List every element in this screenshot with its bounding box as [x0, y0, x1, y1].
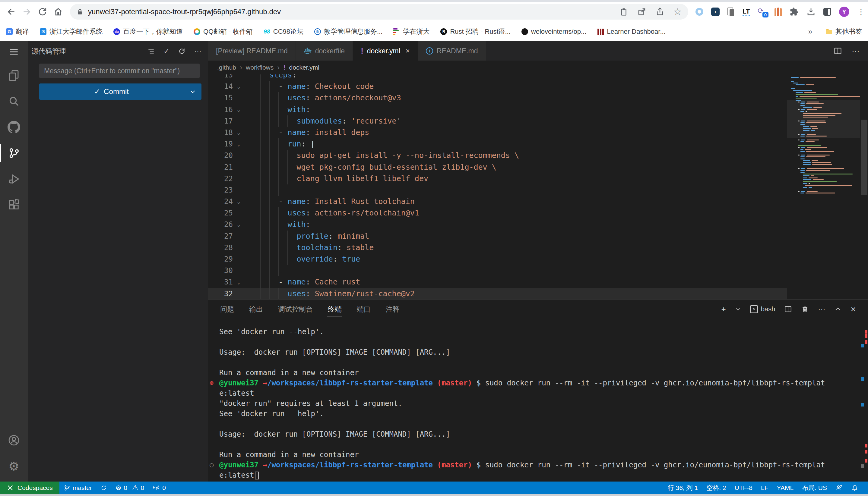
- split-editor-icon[interactable]: [834, 47, 842, 55]
- code-line[interactable]: 15 uses: actions/checkout@v3: [208, 92, 787, 104]
- panel-more-actions-icon[interactable]: ···: [818, 306, 825, 313]
- keyboard-layout[interactable]: 布局: US: [798, 484, 831, 492]
- sidebar-item-search[interactable]: [0, 88, 28, 114]
- browser-menu-icon[interactable]: ⋮: [857, 10, 862, 14]
- split-terminal-icon[interactable]: [784, 305, 792, 313]
- code-line[interactable]: 14⌄ - name: Checkout code: [208, 81, 787, 92]
- code-line[interactable]: 32 uses: Swatinem/rust-cache@v2: [208, 288, 787, 299]
- fold-chevron-icon[interactable]: ⌄: [237, 127, 240, 138]
- panel-tab-output[interactable]: 输出: [249, 300, 264, 319]
- close-panel-icon[interactable]: ×: [851, 305, 856, 314]
- panel-tab-debug-console[interactable]: 调试控制台: [278, 300, 313, 319]
- bookmark-weloveinterns[interactable]: weloveinterns/op...: [522, 28, 586, 35]
- code-line[interactable]: 30: [208, 265, 787, 276]
- highlighter-extension-icon[interactable]: [775, 7, 782, 16]
- cursor-position[interactable]: 行 36, 列 1: [663, 484, 702, 492]
- language-mode[interactable]: YAML: [773, 484, 798, 492]
- code-line[interactable]: 16⌄ with:: [208, 104, 787, 115]
- new-terminal-icon[interactable]: +: [721, 305, 726, 313]
- maximize-panel-icon[interactable]: [834, 306, 841, 313]
- tab-sync-extension-icon[interactable]: ⟳0: [758, 6, 767, 17]
- bookmark-rust-jobs[interactable]: RRust 招聘 - Rust语...: [440, 27, 510, 36]
- download-icon[interactable]: [807, 7, 815, 16]
- eol-sequence[interactable]: LF: [757, 484, 773, 492]
- clipboard-icon[interactable]: [619, 7, 628, 16]
- account-button[interactable]: [0, 427, 28, 453]
- other-bookmarks[interactable]: 其他书签: [826, 27, 862, 36]
- commit-message-input[interactable]: [39, 64, 200, 78]
- commit-dropdown[interactable]: [184, 88, 201, 95]
- terminal-instance-bash[interactable]: > bash: [750, 305, 775, 313]
- side-panel-icon[interactable]: [823, 8, 831, 16]
- sidebar-item-run-debug[interactable]: [0, 166, 28, 192]
- sync-indicator[interactable]: [96, 484, 111, 491]
- code-line[interactable]: 26⌄ with:: [208, 219, 787, 230]
- share-icon[interactable]: [655, 7, 664, 16]
- bookmark-zju-mail[interactable]: ✉浙江大学邮件系统: [40, 27, 103, 36]
- menu-button[interactable]: [0, 41, 28, 62]
- panel-tab-problems[interactable]: 问题: [220, 300, 235, 319]
- scrollbar-thumb[interactable]: [861, 120, 867, 195]
- branch-indicator[interactable]: master: [59, 484, 96, 492]
- commit-check-icon[interactable]: ✓: [163, 47, 169, 56]
- fold-chevron-icon[interactable]: ⌄: [237, 138, 240, 150]
- code-line[interactable]: 20 sudo apt-get install -y --no-install-…: [208, 150, 787, 161]
- tab-docker-yml[interactable]: ! docker.yml ×: [353, 41, 418, 61]
- bookmark-star-icon[interactable]: ☆: [673, 7, 682, 16]
- forward-button[interactable]: [20, 5, 34, 19]
- breadcrumb-item[interactable]: .github: [217, 64, 236, 71]
- reading-list-extension-icon[interactable]: [728, 7, 735, 16]
- view-as-tree-icon[interactable]: [147, 47, 155, 55]
- tab-preview-readme[interactable]: [Preview] README.md: [208, 41, 296, 61]
- terminal-picker-chevron-icon[interactable]: [735, 306, 741, 312]
- home-button[interactable]: [51, 5, 65, 19]
- bookmark-baidu[interactable]: du百度一下，你就知道: [114, 27, 183, 36]
- code-line[interactable]: 17 submodules: 'recursive': [208, 115, 787, 127]
- close-tab-icon[interactable]: ×: [406, 47, 410, 55]
- reload-button[interactable]: [35, 5, 49, 19]
- indentation[interactable]: 空格: 2: [702, 484, 730, 492]
- bookmark-xuezai-zheda[interactable]: 学在浙大: [393, 27, 430, 36]
- sidebar-item-github[interactable]: [0, 114, 28, 140]
- code-line[interactable]: 13 steps:: [208, 74, 787, 81]
- fold-chevron-icon[interactable]: ⌄: [237, 196, 240, 207]
- code-line[interactable]: 22 clang llvm libelf1 libelf-dev: [208, 173, 787, 184]
- fold-chevron-icon[interactable]: ⌄: [237, 276, 240, 288]
- panel-tab-terminal[interactable]: 终端: [327, 300, 342, 319]
- fold-chevron-icon[interactable]: ⌄: [237, 81, 240, 92]
- code-line[interactable]: 19⌄ run: |: [208, 138, 787, 150]
- breadcrumb-item-file[interactable]: docker.yml: [289, 64, 319, 71]
- puzzle-extensions-icon[interactable]: [790, 7, 799, 16]
- code-line[interactable]: 21 wget pkg-config build-essential zlib1…: [208, 161, 787, 173]
- editor-more-actions-icon[interactable]: ···: [852, 46, 859, 56]
- code-line[interactable]: 27 profile: minimal: [208, 231, 787, 242]
- code-line[interactable]: 29 override: true: [208, 253, 787, 265]
- shield-extension-icon[interactable]: ›: [711, 7, 720, 16]
- code-line[interactable]: 24⌄ - name: Install Rust toolchain: [208, 196, 787, 207]
- sidebar-item-extensions[interactable]: [0, 192, 28, 218]
- profile-avatar[interactable]: Y: [839, 6, 849, 17]
- fold-chevron-icon[interactable]: ⌄: [237, 219, 240, 230]
- panel-tab-ports[interactable]: 端口: [356, 300, 371, 319]
- commit-button[interactable]: ✓Commit: [39, 83, 201, 100]
- refresh-icon[interactable]: [178, 47, 186, 55]
- bookmarks-overflow-chevron[interactable]: »: [808, 27, 812, 36]
- ports-indicator[interactable]: 0: [148, 484, 170, 492]
- fold-chevron-icon[interactable]: ⌄: [237, 104, 240, 115]
- minimap-slider[interactable]: [787, 100, 860, 138]
- minimap[interactable]: [787, 74, 860, 299]
- encoding[interactable]: UTF-8: [731, 484, 757, 492]
- code-line[interactable]: 18⌄ - name: install deps: [208, 127, 787, 138]
- back-button[interactable]: [4, 5, 18, 19]
- more-actions-icon[interactable]: ···: [194, 47, 201, 56]
- open-in-new-icon[interactable]: [637, 7, 646, 16]
- editor-scrollbar[interactable]: [860, 74, 868, 299]
- blue-ring-extension-icon[interactable]: [695, 8, 703, 16]
- breadcrumb-item[interactable]: workflows: [246, 64, 273, 71]
- code-line[interactable]: 25 uses: actions-rs/toolchain@v1: [208, 207, 787, 219]
- terminal-output[interactable]: See 'docker run --help'.Usage: docker ru…: [208, 319, 868, 480]
- code-editor[interactable]: 13 steps:14⌄ - name: Checkout code15 use…: [208, 74, 868, 299]
- bookmark-translate[interactable]: G翻译: [6, 27, 29, 36]
- tab-readme[interactable]: i README.md: [418, 41, 486, 61]
- code-line[interactable]: 31⌄ - name: Cache rust: [208, 276, 787, 288]
